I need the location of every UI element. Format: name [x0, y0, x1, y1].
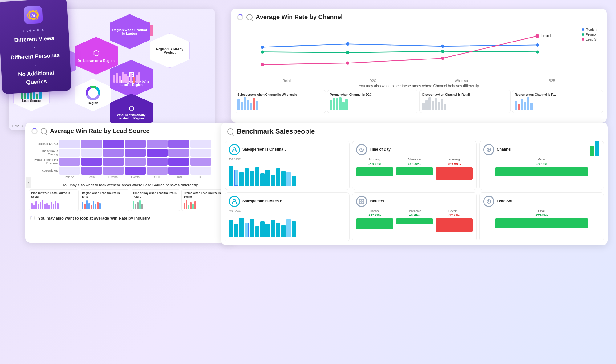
x-label-other: C... [190, 176, 211, 179]
sp [91, 205, 92, 209]
bm-channel-header: Channel [483, 144, 600, 155]
overlay-logo: Ai [23, 6, 43, 24]
overlay-line-1: Different Views [6, 34, 63, 45]
bm-govern-pct: -32.76% [436, 214, 473, 217]
suggestion-spinner [30, 216, 35, 220]
x-label-events: Events [125, 176, 146, 179]
hm-cell [168, 140, 189, 148]
heatmap-cells-2 [59, 149, 211, 157]
x-label-referral: Referral [103, 176, 124, 179]
search-icon[interactable] [246, 14, 253, 20]
svg-rect-11 [150, 25, 153, 36]
sp [133, 201, 134, 209]
bm-cristina-title: Salesperson is Cristina J [242, 147, 286, 152]
bm-cell-channel[interactable]: Channel Retail +8.69% [479, 141, 604, 190]
sp [86, 200, 88, 209]
hex-region[interactable]: Region [75, 79, 111, 111]
thumb-region-channel[interactable]: Region when Channel is R... [512, 90, 603, 113]
bottom-suggestion[interactable]: You may also want to look at average Win… [25, 212, 235, 224]
bm-afternoon-pct: +15.66% [396, 162, 433, 166]
bar-highlight [253, 98, 255, 110]
overlay-line-3: No Additional Queries [7, 68, 65, 88]
hm-cell [59, 158, 80, 166]
bar [239, 218, 244, 237]
bm-morning-pct: +18.29% [356, 162, 393, 166]
hm-cell [59, 140, 80, 148]
sp [194, 201, 196, 209]
heatmap-row-2: Time of Day is Evening [30, 149, 230, 157]
hm-cell [125, 149, 146, 157]
bm-evening-bar [436, 167, 473, 180]
thumb-retail[interactable]: Discount when Channel is Retail [419, 90, 511, 113]
sp [188, 205, 189, 209]
bm-cristina-avg: AVERAGE [229, 158, 346, 160]
ls-thumb-social[interactable]: Product when Lead Source is Social [29, 189, 79, 211]
sp [33, 205, 35, 209]
bm-cell-industry[interactable]: Industry Finance +37.21% Healthcare +6.2… [352, 192, 477, 242]
bm-industry-icon [356, 196, 367, 207]
line-chart-svg: Lead [237, 26, 601, 76]
bm-cell-cristina[interactable]: Salesperson is Cristina J AVERAGE [225, 141, 350, 190]
bar [265, 224, 270, 237]
bm-cell-leadsource-miles[interactable]: Lead Sou... Email +23.69% [479, 192, 604, 242]
bar [286, 219, 291, 237]
sp [84, 204, 86, 209]
bar [250, 103, 252, 110]
leadsource-card: Average Win Rate by Lead Source Region i… [25, 123, 235, 243]
sp [57, 203, 59, 209]
bar [336, 98, 338, 110]
thumb-wholesale[interactable]: Salesperson when Channel is Wholesale [235, 90, 326, 113]
x-label-seo: SEO [147, 176, 168, 179]
benchmark-card: Benchmark Salespeople Salesperson is Cri… [221, 123, 608, 245]
bm-timeofday-title: Time of Day [370, 147, 391, 152]
svg-line-67 [489, 201, 490, 202]
bm-retail-label: Retail [483, 158, 600, 161]
svg-point-42 [261, 46, 264, 49]
bm-cell-miles[interactable]: Salesperson is Miles H AVERAGE [225, 192, 350, 242]
bm-cristina-bars [229, 161, 346, 186]
search-icon-ls[interactable] [41, 128, 47, 134]
thumb-d2c-title: Promo when Channel is D2C [330, 93, 415, 97]
hex-latam[interactable]: Region: LATAM by Product [150, 33, 190, 68]
search-icon-bm[interactable] [227, 128, 233, 135]
bm-industry-content: Finance +37.21% Healthcare +6.28% Govern… [356, 209, 473, 238]
bar [524, 102, 526, 110]
legend-dot-promo [582, 33, 584, 36]
svg-rect-25 [36, 94, 38, 99]
bm-cell-timeofday[interactable]: Time of Day Morning +18.29% Afternoon +1… [352, 141, 477, 190]
bar [345, 99, 348, 110]
sp [51, 202, 52, 209]
hex-leadsource-label: Lead Source [22, 99, 41, 103]
bm-miles-header: Salesperson is Miles H [229, 196, 346, 207]
sp [99, 203, 101, 209]
ls-thumb-paid[interactable]: Time of Day when Lead Source is Paid... [131, 189, 180, 211]
bar [590, 146, 594, 156]
bm-channel-icon [483, 144, 494, 155]
legend-region: Region [582, 28, 599, 31]
bm-ls-miles-header: Lead Sou... [483, 196, 600, 207]
hm-cell [190, 158, 211, 166]
bar [595, 141, 599, 156]
bm-retail-pct: +8.69% [483, 162, 600, 166]
bm-timeofday-content: Morning +18.29% Afternoon +15.66% Evenin… [356, 158, 473, 187]
sp [141, 204, 143, 209]
overlay-card: Ai I AM AIBLE Different Views · Differen… [0, 0, 72, 94]
bm-afternoon: Afternoon +15.66% [396, 158, 433, 175]
ls-sub-title: You may also want to look at these areas… [25, 181, 235, 188]
bar [428, 97, 431, 110]
svg-point-60 [233, 199, 236, 202]
bar [239, 172, 244, 186]
suggestion-text: You may also want to look at average Win… [38, 216, 150, 220]
thumb-d2c[interactable]: Promo when Channel is D2C [327, 90, 418, 113]
bm-healthcare-pct: +6.28% [396, 214, 433, 217]
ls-thumbnails: Product when Lead Source is Social Regio… [25, 188, 235, 212]
legend-lead-label: Lead S... [586, 38, 599, 41]
sp [139, 200, 141, 209]
bar [281, 225, 286, 237]
bar [229, 220, 233, 237]
bm-email-miles-label: Email [483, 209, 600, 212]
ls-thumb-email[interactable]: Region when Lead Source is Email [80, 189, 129, 211]
bm-email-miles-pct: +23.69% [483, 214, 600, 217]
scroll-left-arrow[interactable]: ‹ [26, 177, 31, 188]
bar [530, 103, 533, 110]
